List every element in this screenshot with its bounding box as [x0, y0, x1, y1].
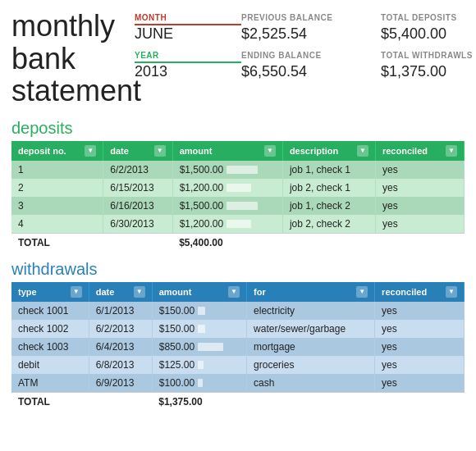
deposits-total-row: TOTAL $5,400.00 — [11, 233, 465, 252]
withdrawal-type: check 1001 — [11, 302, 89, 320]
withdrawal-for: groceries — [247, 356, 375, 374]
deposit-no: 4 — [11, 215, 103, 234]
deposit-row-3: 3 6/16/2013 $1,500.00 job 1, check 2 yes — [11, 197, 465, 215]
withdrawal-reconciled: yes — [375, 320, 465, 338]
deposits-col-description[interactable]: description ▼ — [282, 141, 375, 161]
deposit-reconciled: yes — [375, 179, 464, 197]
withdrawal-row-2: check 1002 6/2/2013 $150.00 water/sewer/… — [11, 320, 465, 338]
deposit-no: 2 — [11, 179, 103, 197]
deposits-table: deposit no. ▼ date ▼ amount ▼ descriptio… — [11, 141, 465, 252]
deposits-header-row: deposit no. ▼ date ▼ amount ▼ descriptio… — [11, 141, 465, 161]
withdrawals-total-value: $1,375.00 — [152, 392, 246, 411]
deposits-total-value: $5,400.00 — [172, 233, 282, 252]
withdrawals-section-title: withdrawals — [11, 260, 465, 279]
withdrawal-amount: $150.00 — [152, 320, 246, 338]
deposits-rec-dropdown[interactable]: ▼ — [446, 145, 457, 157]
withdrawal-type: ATM — [11, 374, 89, 393]
deposit-date: 6/16/2013 — [103, 197, 172, 215]
withdrawal-for: electricity — [247, 302, 375, 320]
withdrawal-row-5: ATM 6/9/2013 $100.00 cash yes — [11, 374, 465, 393]
deposits-amount-dropdown[interactable]: ▼ — [264, 145, 276, 157]
deposit-date: 6/15/2013 — [103, 179, 172, 197]
total-deposits-value: $5,400.00 — [381, 25, 476, 51]
year-value: 2013 — [135, 63, 241, 89]
withdrawals-total-label: TOTAL — [11, 392, 89, 411]
withdrawals-for-dropdown[interactable]: ▼ — [356, 286, 368, 298]
ending-balance-value: $6,550.54 — [241, 63, 381, 89]
deposits-desc-dropdown[interactable]: ▼ — [357, 145, 368, 157]
deposits-total-label: TOTAL — [11, 233, 103, 252]
deposit-no: 1 — [11, 161, 103, 179]
deposit-row-2: 2 6/15/2013 $1,200.00 job 2, check 1 yes — [11, 179, 465, 197]
deposit-row-4: 4 6/30/2013 $1,200.00 job 2, check 2 yes — [11, 215, 465, 234]
withdrawal-amount: $150.00 — [152, 302, 246, 320]
title-block: monthly bank statement — [11, 10, 118, 107]
withdrawal-date: 6/4/2013 — [89, 338, 152, 356]
withdrawals-type-dropdown[interactable]: ▼ — [71, 286, 82, 298]
deposits-date-dropdown[interactable]: ▼ — [154, 145, 166, 157]
withdrawal-reconciled: yes — [375, 374, 465, 393]
withdrawals-col-type[interactable]: type ▼ — [11, 282, 89, 302]
ending-balance-label: ENDING BALANCE — [241, 51, 381, 63]
withdrawals-table: type ▼ date ▼ amount ▼ for ▼ — [11, 282, 465, 411]
withdrawal-date: 6/8/2013 — [89, 356, 152, 374]
prev-balance-label: PREVIOUS BALANCE — [241, 13, 381, 25]
deposit-description: job 1, check 2 — [282, 197, 375, 215]
withdrawal-row-4: debit 6/8/2013 $125.00 groceries yes — [11, 356, 465, 374]
page-title: monthly bank statement — [11, 10, 118, 107]
withdrawal-amount: $100.00 — [152, 374, 246, 393]
deposits-no-dropdown[interactable]: ▼ — [85, 145, 96, 157]
withdrawals-date-dropdown[interactable]: ▼ — [134, 286, 145, 298]
deposit-reconciled: yes — [375, 197, 464, 215]
withdrawals-col-for[interactable]: for ▼ — [247, 282, 375, 302]
withdrawal-reconciled: yes — [375, 356, 465, 374]
withdrawals-total-row: TOTAL $1,375.00 — [11, 392, 465, 411]
withdrawal-row-1: check 1001 6/1/2013 $150.00 electricity … — [11, 302, 465, 320]
year-label: YEAR — [135, 51, 241, 63]
withdrawals-col-date[interactable]: date ▼ — [89, 282, 152, 302]
withdrawal-for: mortgage — [247, 338, 375, 356]
month-label: MONTH — [135, 13, 241, 25]
deposit-amount: $1,500.00 — [172, 161, 282, 179]
withdrawals-col-reconciled[interactable]: reconciled ▼ — [375, 282, 465, 302]
total-withdrawls-label: TOTAL WITHDRAWLS — [381, 51, 476, 63]
withdrawal-type: check 1002 — [11, 320, 89, 338]
deposit-description: job 1, check 1 — [282, 161, 375, 179]
deposit-amount: $1,200.00 — [172, 215, 282, 234]
total-deposits-label: TOTAL DEPOSITS — [381, 13, 476, 25]
withdrawal-for: water/sewer/garbage — [247, 320, 375, 338]
deposit-reconciled: yes — [375, 161, 464, 179]
deposit-date: 6/2/2013 — [103, 161, 172, 179]
withdrawal-for: cash — [247, 374, 375, 393]
withdrawal-amount: $125.00 — [152, 356, 246, 374]
deposits-col-no[interactable]: deposit no. ▼ — [11, 141, 103, 161]
withdrawals-col-amount[interactable]: amount ▼ — [152, 282, 246, 302]
deposits-col-reconciled[interactable]: reconciled ▼ — [375, 141, 464, 161]
withdrawal-reconciled: yes — [375, 338, 465, 356]
deposit-description: job 2, check 1 — [282, 179, 375, 197]
stats-grid: MONTH PREVIOUS BALANCE TOTAL DEPOSITS JU… — [135, 13, 476, 89]
deposit-no: 3 — [11, 197, 103, 215]
deposits-col-date[interactable]: date ▼ — [103, 141, 172, 161]
withdrawal-type: debit — [11, 356, 89, 374]
deposit-date: 6/30/2013 — [103, 215, 172, 234]
deposit-amount: $1,500.00 — [172, 197, 282, 215]
withdrawal-date: 6/2/2013 — [89, 320, 152, 338]
withdrawal-row-3: check 1003 6/4/2013 $850.00 mortgage yes — [11, 338, 465, 356]
deposits-section-title: deposits — [11, 119, 465, 138]
deposit-amount: $1,200.00 — [172, 179, 282, 197]
deposits-col-amount[interactable]: amount ▼ — [172, 141, 282, 161]
withdrawal-amount: $850.00 — [152, 338, 246, 356]
total-withdrawls-value: $1,375.00 — [381, 63, 476, 89]
deposit-description: job 2, check 2 — [282, 215, 375, 234]
deposit-reconciled: yes — [375, 215, 464, 234]
withdrawal-date: 6/9/2013 — [89, 374, 152, 393]
prev-balance-value: $2,525.54 — [241, 25, 381, 51]
withdrawals-header-row: type ▼ date ▼ amount ▼ for ▼ — [11, 282, 465, 302]
withdrawals-amount-dropdown[interactable]: ▼ — [228, 286, 240, 298]
deposit-row-1: 1 6/2/2013 $1,500.00 job 1, check 1 yes — [11, 161, 465, 179]
month-value: JUNE — [135, 25, 241, 51]
page-header: monthly bank statement MONTH PREVIOUS BA… — [11, 10, 465, 107]
withdrawals-rec-dropdown[interactable]: ▼ — [446, 286, 457, 298]
withdrawal-date: 6/1/2013 — [89, 302, 152, 320]
